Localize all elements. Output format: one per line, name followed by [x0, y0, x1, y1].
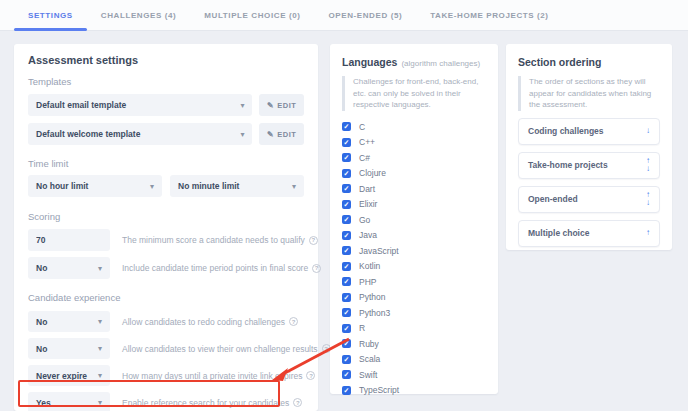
language-row-elixir[interactable]: ✓Elixir [342, 196, 486, 212]
section-card-label: Open-ended [528, 194, 578, 204]
language-row-csharp[interactable]: ✓C# [342, 150, 486, 166]
hour-limit-value: No hour limit [36, 181, 88, 191]
language-row-typescript[interactable]: ✓TypeScript [342, 382, 486, 398]
tab-challenges[interactable]: CHALLENGES (4) [87, 0, 191, 30]
minimum-score-row: The minimum score a candidate needs to q… [28, 229, 304, 251]
invite-link-expiry-value: Never expire [36, 371, 87, 381]
checkbox-checked-icon[interactable]: ✓ [342, 200, 351, 209]
languages-panel: Languages (algorithm challenges) Challen… [330, 44, 498, 394]
assessment-settings-panel: Assessment settings Templates Default em… [14, 44, 318, 411]
hour-limit-select[interactable]: No hour limit ▾ [28, 175, 162, 197]
language-row-javascript[interactable]: ✓JavaScript [342, 243, 486, 259]
checkbox-checked-icon[interactable]: ✓ [342, 386, 351, 395]
language-row-scala[interactable]: ✓Scala [342, 351, 486, 367]
reference-search-helper: Enable reference search for your candida… [122, 398, 302, 408]
checkbox-checked-icon[interactable]: ✓ [342, 324, 351, 333]
redo-challenges-row: No ▾ Allow candidates to redo coding cha… [28, 311, 304, 332]
section-card-take-home-projects[interactable]: Take-home projects ↑ ↓ [518, 152, 660, 179]
minimum-score-helper: The minimum score a candidate needs to q… [122, 235, 318, 245]
move-up-icon[interactable]: ↑ [646, 229, 650, 237]
reference-search-select[interactable]: Yes ▾ [28, 392, 110, 411]
language-row-python[interactable]: ✓Python [342, 289, 486, 305]
welcome-template-select[interactable]: Default welcome template ▾ [28, 123, 252, 145]
section-card-label: Take-home projects [528, 160, 608, 170]
checkbox-checked-icon[interactable]: ✓ [342, 355, 351, 364]
move-down-icon[interactable]: ↓ [646, 199, 650, 207]
tab-take-home-projects[interactable]: TAKE-HOME PROJECTS (2) [416, 0, 562, 30]
tab-bar: SETTINGS CHALLENGES (4) MULTIPLE CHOICE … [0, 0, 688, 31]
invite-link-expiry-row: Never expire ▾ How many days until a pri… [28, 365, 304, 386]
section-card-multiple-choice[interactable]: Multiple choice ↑ [518, 220, 660, 247]
checkbox-checked-icon[interactable]: ✓ [342, 246, 351, 255]
edit-welcome-template-button[interactable]: ✎ EDIT [259, 123, 304, 145]
time-period-points-select[interactable]: No ▾ [28, 257, 110, 279]
view-results-select[interactable]: No ▾ [28, 338, 110, 359]
language-row-c[interactable]: ✓C [342, 119, 486, 135]
time-period-points-value: No [36, 263, 47, 273]
checkbox-checked-icon[interactable]: ✓ [342, 262, 351, 271]
minute-limit-select[interactable]: No minute limit ▾ [170, 175, 304, 197]
tab-open-ended[interactable]: OPEN-ENDED (5) [314, 0, 416, 30]
checkbox-checked-icon[interactable]: ✓ [342, 339, 351, 348]
checkbox-checked-icon[interactable]: ✓ [342, 153, 351, 162]
help-icon[interactable]: ? [306, 371, 315, 380]
language-label: TypeScript [359, 385, 399, 395]
language-row-swift[interactable]: ✓Swift [342, 367, 486, 383]
chevron-down-icon: ▾ [98, 264, 102, 273]
welcome-template-row: Default welcome template ▾ ✎ EDIT [28, 123, 304, 145]
checkbox-checked-icon[interactable]: ✓ [342, 370, 351, 379]
checkbox-checked-icon[interactable]: ✓ [342, 293, 351, 302]
tab-settings[interactable]: SETTINGS [14, 0, 87, 30]
checkbox-checked-icon[interactable]: ✓ [342, 277, 351, 286]
language-row-go[interactable]: ✓Go [342, 212, 486, 228]
language-label: PHP [359, 277, 376, 287]
language-row-python3[interactable]: ✓Python3 [342, 305, 486, 321]
edit-button-label: EDIT [277, 101, 296, 110]
move-down-icon[interactable]: ↓ [646, 127, 650, 135]
email-template-select[interactable]: Default email template ▾ [28, 94, 252, 116]
languages-note: Challenges for front-end, back-end, etc.… [342, 76, 486, 111]
language-row-clojure[interactable]: ✓Clojure [342, 165, 486, 181]
languages-subtitle: (algorithm challenges) [401, 59, 480, 68]
helper-text: The minimum score a candidate needs to q… [122, 235, 305, 245]
languages-title: Languages [342, 56, 397, 68]
help-icon[interactable]: ? [293, 398, 302, 407]
help-icon[interactable]: ? [289, 317, 298, 326]
language-row-cpp[interactable]: ✓C++ [342, 134, 486, 150]
checkbox-checked-icon[interactable]: ✓ [342, 308, 351, 317]
section-ordering-note: The order of sections as they will appea… [518, 76, 660, 111]
view-results-value: No [36, 344, 47, 354]
redo-challenges-select[interactable]: No ▾ [28, 311, 110, 332]
edit-email-template-button[interactable]: ✎ EDIT [259, 94, 304, 116]
chevron-down-icon: ▾ [98, 371, 102, 380]
chevron-down-icon: ▾ [292, 182, 296, 191]
language-row-php[interactable]: ✓PHP [342, 274, 486, 290]
language-label: Elixir [359, 199, 377, 209]
invite-link-expiry-select[interactable]: Never expire ▾ [28, 365, 110, 386]
language-label: C [359, 122, 365, 132]
invite-link-expiry-helper: How many days until a private invite lin… [122, 371, 315, 381]
language-label: Dart [359, 184, 375, 194]
language-row-java[interactable]: ✓Java [342, 227, 486, 243]
redo-challenges-value: No [36, 317, 47, 327]
checkbox-checked-icon[interactable]: ✓ [342, 169, 351, 178]
help-icon[interactable]: ? [312, 264, 321, 273]
language-row-ruby[interactable]: ✓Ruby [342, 336, 486, 352]
move-down-icon[interactable]: ↓ [646, 165, 650, 173]
checkbox-checked-icon[interactable]: ✓ [342, 138, 351, 147]
minimum-score-input[interactable] [28, 229, 110, 251]
view-results-row: No ▾ Allow candidates to view their own … [28, 338, 304, 359]
tab-multiple-choice[interactable]: MULTIPLE CHOICE (0) [190, 0, 314, 30]
checkbox-checked-icon[interactable]: ✓ [342, 122, 351, 131]
checkbox-checked-icon[interactable]: ✓ [342, 184, 351, 193]
help-icon[interactable]: ? [309, 236, 318, 245]
section-card-coding-challenges[interactable]: Coding challenges ↓ [518, 118, 660, 145]
language-row-kotlin[interactable]: ✓Kotlin [342, 258, 486, 274]
language-row-r[interactable]: ✓R [342, 320, 486, 336]
section-card-open-ended[interactable]: Open-ended ↑ ↓ [518, 186, 660, 213]
checkbox-checked-icon[interactable]: ✓ [342, 215, 351, 224]
language-row-dart[interactable]: ✓Dart [342, 181, 486, 197]
language-label: Scala [359, 354, 380, 364]
time-period-points-row: No ▾ Include candidate time period point… [28, 257, 304, 279]
checkbox-checked-icon[interactable]: ✓ [342, 231, 351, 240]
